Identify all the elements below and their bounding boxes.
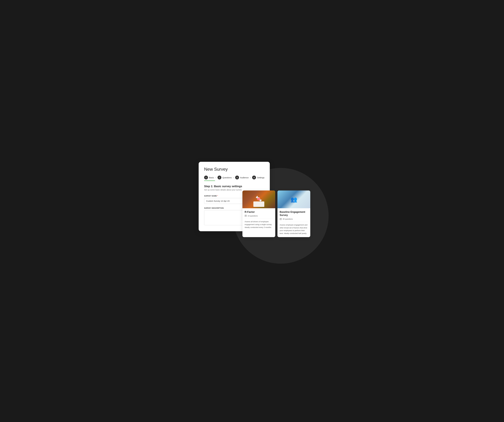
stepper: 1 Basic › 2 Questions › 3 Audience › 4 S… [204,176,264,179]
rfactor-description: Assess all drivers of employee engagemen… [245,220,273,229]
step-arrow-3: › [250,176,251,179]
step-1-label: Basic [209,176,214,179]
step-3[interactable]: 3 Audience [235,176,249,179]
step-2[interactable]: 2 Questions [217,176,232,179]
baseline-description: Assess employee engagement and other bro… [280,224,308,235]
questions-icon [245,215,247,217]
template-card-rfactor[interactable]: R-Factor 15 questions Assess all drivers… [242,190,275,237]
required-indicator: * [217,195,218,197]
stepper-active-indicator [204,180,215,181]
template-cards-container: R-Factor 15 questions Assess all drivers… [242,190,310,237]
step-1[interactable]: 1 Basic [204,176,214,179]
step-4-circle: 4 [252,176,256,179]
scene: New Survey 1 Basic › 2 Questions › 3 Aud… [196,158,308,264]
step-3-circle: 3 [235,176,239,179]
template-card-baseline[interactable]: Baseline Engagement Survey 40 questions … [277,190,310,237]
baseline-title: Baseline Engagement Survey [280,210,308,217]
rfactor-questions-count: 15 questions [248,215,258,217]
baseline-image [277,190,310,208]
step-4[interactable]: 4 Settings [252,176,264,179]
questions-icon-2 [280,218,282,220]
step-arrow-1: › [216,176,216,179]
step-4-label: Settings [257,176,264,179]
baseline-meta: 40 questions [280,218,308,222]
page-title: New Survey [204,167,264,172]
step-heading: Step 1: Basic survey settings [204,185,264,188]
baseline-questions-count: 40 questions [283,218,293,220]
baseline-card-body: Baseline Engagement Survey 40 questions … [277,208,310,237]
rfactor-meta: 15 questions [245,215,273,219]
rfactor-image [242,190,275,208]
step-2-circle: 2 [217,176,221,179]
step-3-label: Audience [240,176,249,179]
step-1-circle: 1 [204,176,208,179]
step-2-label: Questions [222,176,232,179]
rfactor-card-body: R-Factor 15 questions Assess all drivers… [242,208,275,231]
step-arrow-2: › [233,176,234,179]
rfactor-title: R-Factor [245,210,273,214]
